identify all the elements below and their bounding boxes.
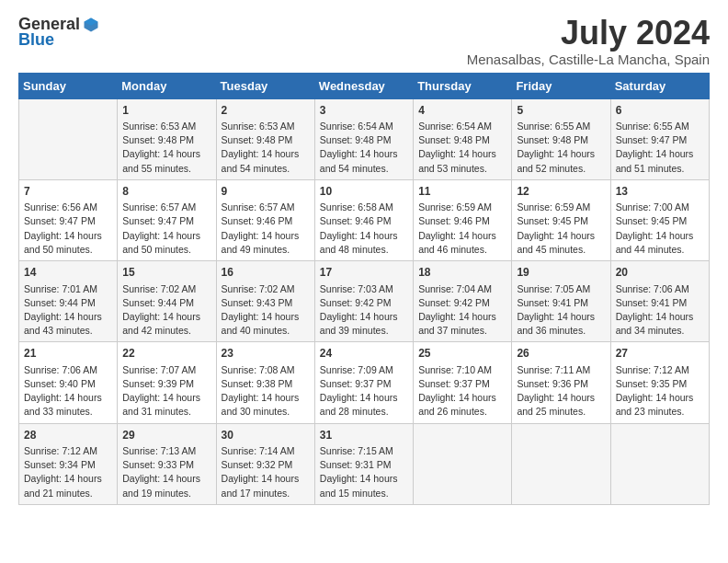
calendar-cell: 5Sunrise: 6:55 AMSunset: 9:48 PMDaylight… (512, 98, 610, 179)
day-number: 21 (24, 346, 112, 362)
cell-line: and 55 minutes. (122, 162, 210, 176)
cell-line: and 51 minutes. (616, 162, 704, 176)
day-number: 31 (320, 428, 408, 443)
cell-line: Sunrise: 7:08 AM (222, 363, 310, 377)
week-row-1: 1Sunrise: 6:53 AMSunset: 9:48 PMDaylight… (19, 98, 710, 179)
day-number: 23 (222, 346, 310, 362)
cell-line: Daylight: 14 hours (320, 472, 408, 486)
cell-line: Daylight: 14 hours (616, 229, 704, 243)
cell-line: Sunrise: 7:00 AM (616, 201, 704, 214)
day-number: 3 (320, 103, 408, 119)
cell-line: Daylight: 14 hours (222, 147, 310, 161)
calendar-cell: 31Sunrise: 7:15 AMSunset: 9:31 PMDayligh… (314, 423, 413, 504)
cell-line: Sunrise: 7:10 AM (418, 363, 506, 377)
logo-blue: Blue (18, 30, 54, 50)
cell-line: Sunrise: 6:59 AM (418, 201, 506, 214)
cell-line: Daylight: 14 hours (222, 310, 310, 324)
calendar-cell: 18Sunrise: 7:04 AMSunset: 9:42 PMDayligh… (414, 261, 512, 342)
col-header-saturday: Saturday (610, 73, 709, 98)
cell-line: Daylight: 14 hours (517, 147, 605, 161)
col-header-tuesday: Tuesday (216, 73, 314, 98)
cell-line: and 15 minutes. (320, 487, 408, 500)
cell-line: Sunset: 9:42 PM (418, 296, 506, 310)
cell-line: Daylight: 14 hours (122, 147, 210, 161)
cell-line: Sunset: 9:33 PM (122, 458, 210, 472)
cell-line: Daylight: 14 hours (24, 391, 112, 405)
calendar-cell: 16Sunrise: 7:02 AMSunset: 9:43 PMDayligh… (216, 261, 314, 342)
calendar-cell: 20Sunrise: 7:06 AMSunset: 9:41 PMDayligh… (610, 261, 709, 342)
calendar-cell (19, 98, 118, 179)
calendar-cell: 24Sunrise: 7:09 AMSunset: 9:37 PMDayligh… (314, 342, 413, 423)
col-header-thursday: Thursday (414, 73, 512, 98)
cell-line: Sunset: 9:34 PM (24, 458, 112, 472)
cell-line: Sunset: 9:44 PM (122, 296, 210, 310)
cell-line: Sunset: 9:40 PM (24, 377, 112, 391)
cell-line: Sunset: 9:48 PM (122, 133, 210, 147)
cell-line: and 37 minutes. (418, 324, 506, 338)
calendar-cell: 8Sunrise: 6:57 AMSunset: 9:47 PMDaylight… (118, 179, 216, 260)
cell-line: Daylight: 14 hours (616, 310, 704, 324)
cell-line: Daylight: 14 hours (24, 472, 112, 486)
cell-line: Sunrise: 6:55 AM (616, 120, 704, 133)
calendar-cell: 13Sunrise: 7:00 AMSunset: 9:45 PMDayligh… (610, 179, 709, 260)
main-title: July 2024 (467, 15, 710, 52)
cell-line: Sunrise: 7:01 AM (24, 282, 112, 296)
day-number: 17 (320, 265, 408, 281)
day-number: 18 (418, 265, 506, 281)
cell-line: Daylight: 14 hours (122, 229, 210, 243)
cell-line: Sunset: 9:37 PM (418, 377, 506, 391)
cell-line: Sunrise: 7:12 AM (24, 444, 112, 458)
calendar-cell: 3Sunrise: 6:54 AMSunset: 9:48 PMDaylight… (314, 98, 413, 179)
cell-line: Daylight: 14 hours (222, 472, 310, 486)
cell-line: Sunset: 9:46 PM (222, 214, 310, 228)
cell-line: and 50 minutes. (24, 243, 112, 257)
cell-line: and 53 minutes. (418, 162, 506, 176)
calendar-cell: 21Sunrise: 7:06 AMSunset: 9:40 PMDayligh… (19, 342, 118, 423)
cell-line: Sunrise: 6:57 AM (222, 201, 310, 214)
cell-line: Sunset: 9:41 PM (517, 296, 605, 310)
calendar-cell: 1Sunrise: 6:53 AMSunset: 9:48 PMDaylight… (118, 98, 216, 179)
day-number: 11 (418, 184, 506, 200)
calendar-cell: 6Sunrise: 6:55 AMSunset: 9:47 PMDaylight… (610, 98, 709, 179)
cell-line: and 25 minutes. (517, 405, 605, 419)
cell-line: Daylight: 14 hours (418, 229, 506, 243)
header-row: SundayMondayTuesdayWednesdayThursdayFrid… (19, 73, 710, 98)
cell-line: Daylight: 14 hours (517, 229, 605, 243)
day-number: 29 (122, 428, 210, 443)
calendar-cell (414, 423, 512, 504)
cell-line: Sunrise: 7:05 AM (517, 282, 605, 296)
cell-line: Daylight: 14 hours (320, 147, 408, 161)
day-number: 4 (418, 103, 506, 119)
calendar-cell: 11Sunrise: 6:59 AMSunset: 9:46 PMDayligh… (414, 179, 512, 260)
cell-line: Daylight: 14 hours (418, 147, 506, 161)
cell-line: Sunrise: 6:53 AM (222, 120, 310, 133)
cell-line: Sunset: 9:38 PM (222, 377, 310, 391)
day-number: 30 (222, 428, 310, 443)
cell-line: Sunset: 9:36 PM (517, 377, 605, 391)
day-number: 1 (122, 103, 210, 119)
col-header-friday: Friday (512, 73, 610, 98)
day-number: 9 (222, 184, 310, 200)
cell-line: Sunrise: 6:57 AM (122, 201, 210, 214)
cell-line: and 17 minutes. (222, 487, 310, 500)
cell-line: Sunrise: 6:59 AM (517, 201, 605, 214)
col-header-sunday: Sunday (19, 73, 118, 98)
week-row-5: 28Sunrise: 7:12 AMSunset: 9:34 PMDayligh… (19, 423, 710, 504)
cell-line: Daylight: 14 hours (418, 391, 506, 405)
cell-line: Sunset: 9:44 PM (24, 296, 112, 310)
cell-line: Daylight: 14 hours (222, 229, 310, 243)
cell-line: and 48 minutes. (320, 243, 408, 257)
cell-line: and 34 minutes. (616, 324, 704, 338)
cell-line: Daylight: 14 hours (122, 310, 210, 324)
cell-line: Sunset: 9:48 PM (517, 133, 605, 147)
week-row-3: 14Sunrise: 7:01 AMSunset: 9:44 PMDayligh… (19, 261, 710, 342)
title-block: July 2024 Menasalbas, Castille-La Mancha… (467, 15, 710, 67)
day-number: 25 (418, 346, 506, 362)
cell-line: Sunset: 9:46 PM (320, 214, 408, 228)
cell-line: Sunset: 9:48 PM (222, 133, 310, 147)
day-number: 7 (24, 184, 112, 200)
cell-line: and 42 minutes. (122, 324, 210, 338)
cell-line: Daylight: 14 hours (122, 391, 210, 405)
day-number: 26 (517, 346, 605, 362)
location-subtitle: Menasalbas, Castille-La Mancha, Spain (467, 52, 710, 67)
